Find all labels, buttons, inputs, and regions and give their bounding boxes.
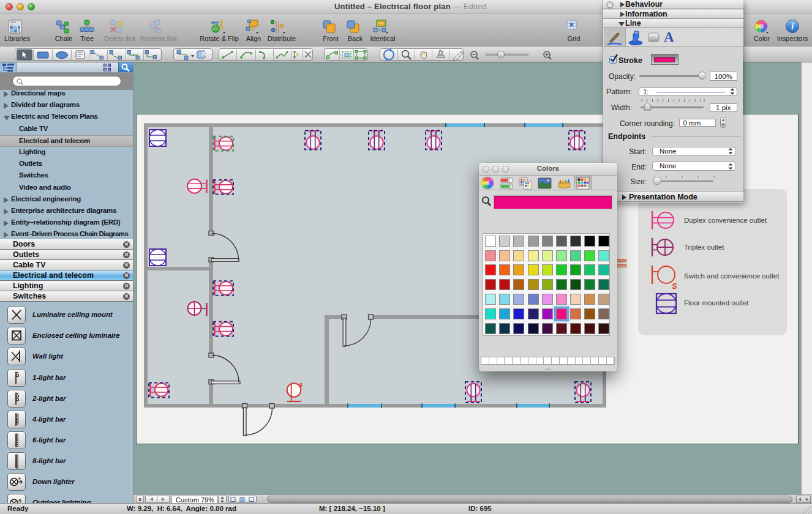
svg-text:S: S xyxy=(672,281,677,291)
svg-text:s: s xyxy=(18,497,21,503)
